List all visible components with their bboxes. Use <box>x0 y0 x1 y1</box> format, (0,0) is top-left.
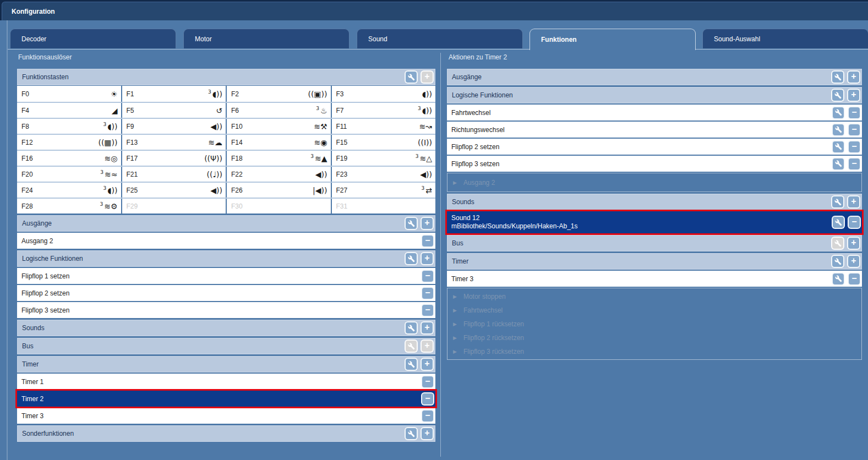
remove-button[interactable]: − <box>421 234 434 248</box>
remove-button[interactable]: − <box>421 270 434 283</box>
function-key-f7[interactable]: F73◖)) <box>332 103 436 118</box>
function-key-f15[interactable]: F15((I)) <box>332 135 436 150</box>
function-key-f27[interactable]: F273⇄ <box>332 183 436 198</box>
list-item-ausgang-2[interactable]: Ausgang 2− <box>17 233 435 249</box>
remove-button[interactable]: − <box>421 304 434 317</box>
add-button[interactable]: + <box>847 89 860 102</box>
remove-button[interactable]: − <box>421 409 434 423</box>
wrench-button[interactable] <box>405 217 418 230</box>
function-key-f22[interactable]: F22◀)) <box>227 167 332 182</box>
function-key-f13[interactable]: F13≋☁ <box>122 135 227 150</box>
function-key-f19[interactable]: F193≋△ <box>332 151 436 166</box>
wrench-button[interactable] <box>831 70 844 84</box>
tab-motor[interactable]: Motor <box>183 29 350 48</box>
add-button[interactable]: + <box>847 237 860 250</box>
function-key-f25[interactable]: F25◀)) <box>122 183 227 198</box>
function-key-f18[interactable]: F183≋▲ <box>227 151 332 166</box>
wrench-button[interactable] <box>832 123 845 136</box>
sub-item-flipflop-1-ruecksetzen[interactable]: ▶Flipflop 1 rücksetzen <box>447 317 861 331</box>
remove-button[interactable]: − <box>848 216 861 229</box>
sub-item-motor-stoppen[interactable]: ▶Motor stoppen <box>447 289 861 303</box>
wrench-button[interactable] <box>832 106 845 119</box>
function-key-label: F24 <box>17 187 33 194</box>
list-item-flipflop-1-setzen[interactable]: Flipflop 1 setzen− <box>17 268 435 284</box>
add-button[interactable]: + <box>421 358 434 371</box>
remove-button[interactable]: − <box>848 140 861 154</box>
wrench-button[interactable] <box>405 70 418 84</box>
function-key-f23[interactable]: F23◀)) <box>332 167 436 182</box>
sub-item-fahrtwechsel[interactable]: ▶Fahrtwechsel <box>447 303 861 317</box>
list-item-timer-2[interactable]: Timer 2− <box>17 391 435 407</box>
tab-sound[interactable]: Sound <box>357 29 523 48</box>
remove-button[interactable]: − <box>848 272 861 286</box>
list-item-flipflop-3-setzen[interactable]: Flipflop 3 setzen− <box>17 302 435 318</box>
function-key-label: F8 <box>17 123 29 130</box>
list-item-flipflop-3-setzen[interactable]: Flipflop 3 setzen− <box>447 156 862 172</box>
list-item-fahrtwechsel[interactable]: Fahrtwechsel− <box>447 105 862 121</box>
add-button[interactable]: + <box>421 321 434 335</box>
remove-button[interactable]: − <box>421 392 434 406</box>
function-key-f9[interactable]: F9◀)) <box>122 119 227 134</box>
tab-decoder[interactable]: Decoder <box>10 29 176 48</box>
sub-item-flipflop-2-ruecksetzen[interactable]: ▶Flipflop 2 rücksetzen <box>447 331 861 344</box>
function-key-f4[interactable]: F4◢ <box>17 103 122 118</box>
sand-icon: 3≋△ <box>416 155 432 162</box>
list-item-flipflop-2-setzen[interactable]: Flipflop 2 setzen− <box>17 285 435 301</box>
remove-button[interactable]: − <box>848 123 861 136</box>
wrench-button[interactable] <box>831 89 844 102</box>
wrench-button[interactable] <box>405 358 418 371</box>
remove-button[interactable]: − <box>421 375 434 388</box>
function-key-f2[interactable]: F2((▣)) <box>227 86 332 102</box>
sub-item-flipflop-3-ruecksetzen[interactable]: ▶Flipflop 3 rücksetzen <box>447 344 861 358</box>
add-button[interactable]: + <box>421 252 434 265</box>
remove-button[interactable]: − <box>421 287 434 300</box>
tab-funktionen[interactable]: Funktionen <box>529 29 696 50</box>
wrench-button[interactable] <box>832 272 845 286</box>
function-key-f26[interactable]: F26|◀)) <box>227 183 332 198</box>
section-title: Ausgänge <box>18 220 52 227</box>
add-button[interactable]: + <box>847 255 860 268</box>
function-key-f6[interactable]: F63♨ <box>227 103 332 118</box>
function-key-f1[interactable]: F13◖)) <box>122 86 227 102</box>
section-sounds: Sounds+Sound 12mBibliothek/Sounds/Kuppel… <box>447 194 862 233</box>
add-button[interactable]: + <box>421 217 434 230</box>
function-key-f8[interactable]: F83◖)) <box>17 119 122 134</box>
function-key-f17[interactable]: F17((Ψ)) <box>122 151 227 166</box>
function-key-f11[interactable]: F11≋↝ <box>332 119 436 134</box>
wrench-button[interactable] <box>831 195 844 209</box>
list-item-flipflop-2-setzen[interactable]: Flipflop 2 setzen− <box>447 139 862 155</box>
list-item-richtungswechsel[interactable]: Richtungswechsel− <box>447 122 862 138</box>
function-key-f12[interactable]: F12((▦)) <box>17 135 122 150</box>
list-item-timer-3[interactable]: Timer 3− <box>447 271 862 287</box>
function-key-f3[interactable]: F3◖)) <box>332 86 436 102</box>
minus-icon: − <box>425 411 430 420</box>
sub-item-ausgang-2[interactable]: ▶Ausgang 2 <box>447 174 861 190</box>
function-key-f10[interactable]: F10≋⚒ <box>227 119 332 134</box>
function-key-f14[interactable]: F14≋◉ <box>227 135 332 150</box>
tab-sound-auswahl[interactable]: Sound-Auswahl <box>702 29 868 48</box>
function-key-f21[interactable]: F21((♩)) <box>122 167 227 182</box>
list-item-timer-3[interactable]: Timer 3− <box>17 408 435 424</box>
wrench-button[interactable] <box>831 255 844 268</box>
function-key-f5[interactable]: F5↺ <box>122 103 227 118</box>
function-key-f28[interactable]: F283≋⚙ <box>17 199 122 213</box>
add-button[interactable]: + <box>847 195 860 209</box>
wrench-button[interactable] <box>832 157 845 171</box>
remove-button[interactable]: − <box>848 157 861 171</box>
wrench-button[interactable] <box>832 216 845 229</box>
add-button[interactable]: + <box>847 70 860 84</box>
list-item-sound-12[interactable]: Sound 12mBibliothek/Sounds/Kuppeln/Haken… <box>447 211 862 233</box>
wrench-button[interactable] <box>405 427 418 440</box>
function-key-f16[interactable]: F16≋◎ <box>17 151 122 166</box>
wrench-button[interactable] <box>405 321 418 335</box>
add-button[interactable]: + <box>421 427 434 440</box>
water-icon: 3≋≈ <box>100 171 117 178</box>
function-key-label: F5 <box>122 107 134 114</box>
function-key-f24[interactable]: F243◖)) <box>17 183 122 198</box>
wrench-button[interactable] <box>832 140 845 154</box>
wrench-button[interactable] <box>405 252 418 265</box>
remove-button[interactable]: − <box>848 106 861 119</box>
function-key-f0[interactable]: F0☀ <box>17 86 122 102</box>
function-key-f20[interactable]: F203≋≈ <box>17 167 122 182</box>
list-item-timer-1[interactable]: Timer 1− <box>17 374 435 390</box>
